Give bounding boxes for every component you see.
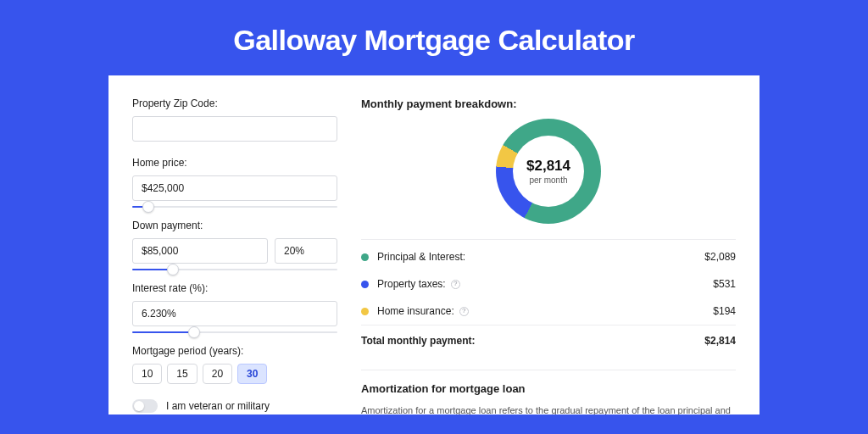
total-label: Total monthly payment: [361, 335, 704, 347]
zip-label: Property Zip Code: [132, 97, 337, 109]
donut-sub: per month [529, 175, 567, 185]
page-title: Galloway Mortgage Calculator [0, 0, 868, 75]
rate-input[interactable] [132, 301, 337, 326]
down-slider-thumb[interactable] [167, 264, 179, 275]
rate-label: Interest rate (%): [132, 282, 337, 294]
form-panel: Property Zip Code: Home price: Down paym… [132, 97, 337, 415]
amortization-section: Amortization for mortgage loan Amortizat… [361, 370, 736, 415]
down-amount-input[interactable] [132, 238, 268, 264]
period-option-30[interactable]: 30 [237, 364, 267, 384]
period-option-10[interactable]: 10 [132, 364, 162, 384]
down-field: Down payment: [132, 220, 337, 277]
donut-chart: $2,814 per month [361, 119, 736, 224]
legend-row-insurance: Home insurance:?$194 [361, 298, 736, 325]
info-icon[interactable]: ? [451, 280, 460, 289]
legend-label: Property taxes:? [377, 278, 713, 290]
breakdown-panel: Monthly payment breakdown: $2,814 per mo… [361, 97, 736, 415]
veteran-toggle[interactable] [132, 399, 158, 413]
rate-slider-thumb[interactable] [188, 326, 200, 338]
legend-value: $194 [713, 305, 736, 317]
total-value: $2,814 [704, 335, 736, 347]
veteran-row: I am veteran or military [132, 399, 337, 413]
zip-field: Property Zip Code: [132, 97, 337, 142]
price-input[interactable] [132, 175, 337, 201]
legend-label: Principal & Interest: [377, 251, 704, 263]
period-field: Mortgage period (years): 10152030 [132, 345, 337, 384]
legend-dot [361, 253, 369, 261]
breakdown-title: Monthly payment breakdown: [361, 97, 736, 110]
rate-field: Interest rate (%): [132, 282, 337, 340]
zip-input[interactable] [132, 116, 337, 142]
donut-amount: $2,814 [526, 158, 570, 175]
period-option-20[interactable]: 20 [203, 364, 232, 384]
legend-row-principal: Principal & Interest:$2,089 [361, 243, 736, 270]
period-label: Mortgage period (years): [132, 345, 337, 357]
period-option-15[interactable]: 15 [167, 364, 197, 384]
period-options: 10152030 [132, 364, 337, 384]
legend-label: Home insurance:? [377, 305, 713, 317]
price-slider-thumb[interactable] [142, 201, 154, 213]
legend-dot [361, 281, 369, 288]
legend-value: $2,089 [704, 251, 736, 263]
price-slider[interactable] [132, 199, 337, 214]
donut-center: $2,814 per month [513, 136, 584, 207]
amortization-title: Amortization for mortgage loan [361, 382, 736, 395]
price-field: Home price: [132, 157, 337, 214]
info-icon[interactable]: ? [459, 307, 469, 316]
calculator-card: Property Zip Code: Home price: Down paym… [108, 75, 760, 415]
legend-dot [361, 308, 369, 315]
legend-value: $531 [713, 278, 736, 290]
down-slider[interactable] [132, 262, 337, 277]
legend: Principal & Interest:$2,089Property taxe… [361, 243, 736, 354]
legend-row-total: Total monthly payment:$2,814 [361, 325, 736, 354]
veteran-label: I am veteran or military [166, 400, 270, 412]
price-label: Home price: [132, 157, 337, 169]
card-outer: Property Zip Code: Home price: Down paym… [108, 75, 760, 415]
rate-slider[interactable] [132, 325, 337, 340]
amortization-text: Amortization for a mortgage loan refers … [361, 403, 736, 415]
down-percent-input[interactable] [275, 238, 337, 264]
down-label: Down payment: [132, 220, 337, 231]
legend-row-taxes: Property taxes:?$531 [361, 270, 736, 298]
